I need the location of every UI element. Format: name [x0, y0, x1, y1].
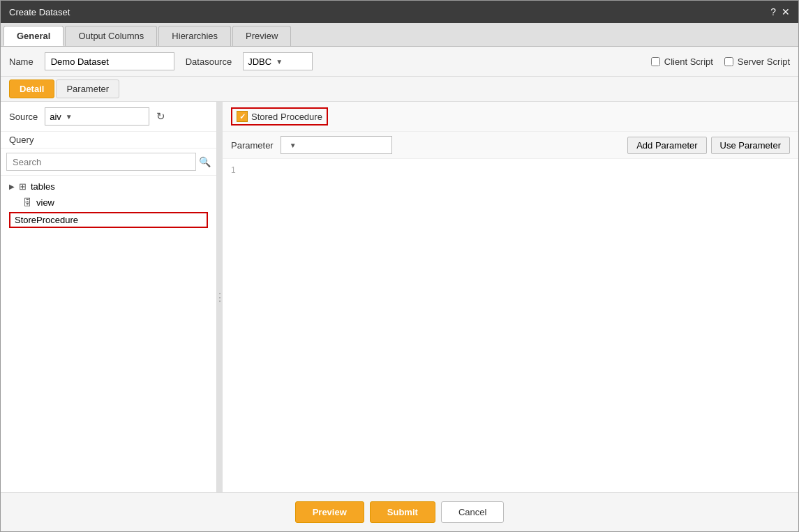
source-label: Source — [9, 112, 38, 122]
search-icon: 🔍 — [199, 156, 211, 167]
server-script-label: Server Script — [738, 56, 790, 67]
datasource-arrow-icon: ▼ — [276, 58, 283, 66]
expand-arrow-icon: ▶ — [9, 183, 15, 190]
client-script-label: Client Script — [664, 56, 713, 67]
name-input[interactable] — [45, 52, 174, 70]
panel-divider[interactable]: ⋮ — [217, 102, 223, 492]
form-row: Name Datasource JDBC ▼ Client Script Ser… — [1, 47, 798, 77]
tree-item-storeprocedure-label: StoreProcedure — [15, 215, 78, 225]
stored-procedure-label: Stored Procedure — [251, 112, 322, 122]
server-script-checkbox[interactable] — [724, 57, 733, 66]
stored-procedure-checkbox[interactable] — [237, 111, 248, 122]
tree-item-tables-label: tables — [31, 181, 55, 192]
client-script-checkbox[interactable] — [651, 57, 660, 66]
line-number-1: 1 — [228, 162, 239, 178]
tab-general[interactable]: General — [3, 26, 64, 46]
parameter-button[interactable]: Parameter — [56, 79, 119, 98]
query-label: Query — [1, 132, 216, 149]
datasource-select[interactable]: JDBC ▼ — [243, 52, 313, 70]
use-parameter-button[interactable]: Use Parameter — [711, 137, 790, 154]
close-button[interactable]: ✕ — [782, 6, 790, 17]
script-checkboxes: Client Script Server Script — [651, 56, 790, 67]
tabs-bar: General Output Columns Hierarchies Previ… — [1, 23, 798, 47]
view-icon: 🗄 — [23, 197, 32, 208]
tree-item-storeprocedure[interactable]: StoreProcedure — [9, 212, 208, 228]
param-select-arrow-icon: ▼ — [290, 142, 297, 149]
tree-item-view[interactable]: 🗄 view — [1, 195, 216, 211]
create-dataset-dialog: Create Dataset ? ✕ General Output Column… — [0, 0, 799, 532]
server-script-group: Server Script — [724, 56, 790, 67]
editor-area: 1 — [223, 159, 798, 492]
client-script-group: Client Script — [651, 56, 713, 67]
search-input[interactable] — [6, 153, 196, 171]
datasource-value: JDBC — [248, 56, 271, 67]
source-value: aiv — [50, 112, 61, 122]
detail-button[interactable]: Detail — [9, 79, 54, 98]
parameter-select[interactable]: ▼ — [281, 136, 392, 154]
dialog-title: Create Dataset — [9, 7, 70, 17]
title-bar: Create Dataset ? ✕ — [1, 1, 798, 23]
detail-param-bar: Detail Parameter — [1, 77, 798, 102]
source-select[interactable]: aiv ▼ — [45, 107, 149, 126]
source-arrow-icon: ▼ — [66, 113, 73, 121]
tab-output-columns[interactable]: Output Columns — [65, 26, 157, 46]
tree-area: ▶ ⊞ tables 🗄 view StoreProcedure — [1, 176, 216, 492]
right-panel: Stored Procedure Parameter ▼ Add Paramet… — [223, 102, 798, 492]
add-parameter-button[interactable]: Add Parameter — [627, 137, 706, 154]
search-row: 🔍 — [1, 149, 216, 176]
refresh-icon[interactable]: ↻ — [156, 110, 165, 123]
tree-item-view-label: view — [36, 197, 54, 208]
datasource-label: Datasource — [186, 56, 232, 67]
title-bar-controls: ? ✕ — [770, 6, 790, 17]
tab-preview[interactable]: Preview — [232, 26, 291, 46]
stored-proc-header-row: Stored Procedure — [223, 102, 798, 132]
table-icon: ⊞ — [19, 181, 27, 192]
left-panel: Source aiv ▼ ↻ Query 🔍 ▶ — [1, 102, 217, 492]
tab-hierarchies[interactable]: Hierarchies — [158, 26, 231, 46]
source-row: Source aiv ▼ ↻ — [1, 102, 216, 132]
tree-item-tables[interactable]: ▶ ⊞ tables — [1, 178, 216, 195]
name-label: Name — [9, 56, 33, 67]
cancel-button[interactable]: Cancel — [441, 501, 504, 523]
parameter-buttons: Add Parameter Use Parameter — [627, 137, 790, 154]
stored-procedure-checkbox-group: Stored Procedure — [231, 107, 328, 126]
content-area: Source aiv ▼ ↻ Query 🔍 ▶ — [1, 102, 798, 492]
parameter-header: Parameter ▼ Add Parameter Use Parameter — [223, 132, 798, 159]
footer: Preview Submit Cancel — [1, 492, 798, 531]
preview-button[interactable]: Preview — [295, 501, 364, 523]
help-button[interactable]: ? — [770, 6, 776, 17]
submit-button[interactable]: Submit — [370, 501, 435, 523]
parameter-label: Parameter — [231, 140, 274, 151]
